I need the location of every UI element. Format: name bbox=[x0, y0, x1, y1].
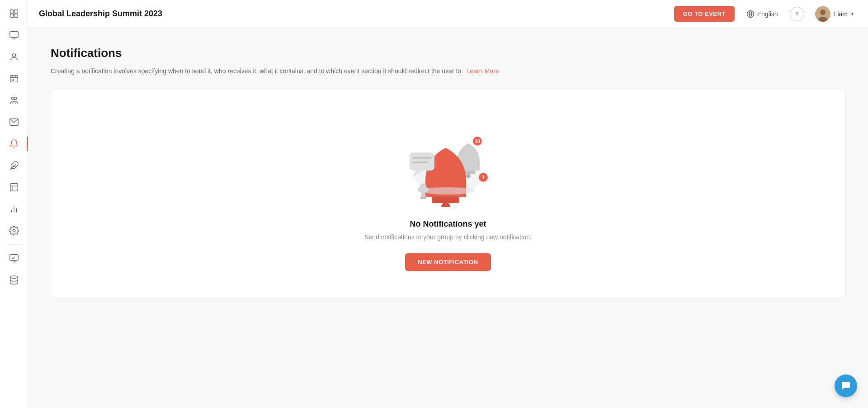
sidebar-item-analytics[interactable] bbox=[4, 199, 24, 219]
chevron-down-icon: ▾ bbox=[851, 11, 854, 16]
globe-icon bbox=[746, 10, 755, 18]
svg-point-14 bbox=[14, 97, 17, 100]
notification-illustration: 10 bbox=[398, 116, 498, 207]
empty-subtitle: Send notifications to your group by clic… bbox=[364, 233, 532, 241]
empty-state-card: 10 bbox=[51, 89, 845, 299]
sidebar-item-layout[interactable] bbox=[4, 177, 24, 197]
sidebar-item-email[interactable] bbox=[4, 112, 24, 132]
svg-text:10: 10 bbox=[475, 139, 480, 144]
chat-icon bbox=[840, 380, 851, 391]
svg-point-34 bbox=[466, 174, 471, 178]
svg-rect-46 bbox=[420, 197, 426, 199]
header: Global Leadership Summit 2023 GO TO EVEN… bbox=[28, 0, 868, 28]
user-name: Liam bbox=[834, 10, 848, 18]
svg-point-7 bbox=[12, 54, 15, 57]
user-menu-button[interactable]: Liam ▾ bbox=[811, 5, 857, 24]
main-area: Global Leadership Summit 2023 GO TO EVEN… bbox=[28, 0, 868, 408]
language-selector[interactable]: English bbox=[742, 7, 783, 21]
sidebar-item-person[interactable] bbox=[4, 47, 24, 67]
svg-point-30 bbox=[820, 9, 826, 15]
avatar bbox=[815, 6, 830, 22]
svg-point-50 bbox=[421, 187, 475, 195]
svg-text:1: 1 bbox=[482, 175, 485, 180]
svg-rect-37 bbox=[432, 197, 459, 203]
svg-point-13 bbox=[11, 97, 14, 100]
sidebar-item-settings[interactable] bbox=[4, 221, 24, 241]
content-area: Notifications Creating a notification in… bbox=[28, 28, 868, 408]
svg-point-24 bbox=[13, 229, 15, 232]
svg-rect-4 bbox=[9, 32, 18, 38]
chat-bubble-button[interactable] bbox=[835, 375, 857, 397]
svg-rect-18 bbox=[10, 184, 18, 191]
sidebar-divider bbox=[5, 244, 23, 245]
svg-rect-39 bbox=[410, 152, 434, 171]
sidebar-item-monitor[interactable] bbox=[4, 25, 24, 45]
page-description: Creating a notification involves specify… bbox=[51, 66, 845, 76]
learn-more-link[interactable]: Learn More bbox=[467, 67, 499, 75]
new-notification-button[interactable]: NEW NOTIFICATION bbox=[405, 253, 491, 271]
header-title: Global Leadership Summit 2023 bbox=[39, 9, 667, 19]
svg-rect-0 bbox=[10, 10, 13, 13]
page-title: Notifications bbox=[51, 46, 845, 60]
sidebar-item-database[interactable] bbox=[4, 270, 24, 290]
svg-rect-12 bbox=[12, 79, 14, 81]
go-to-event-button[interactable]: GO TO EVENT bbox=[674, 6, 735, 22]
help-button[interactable]: ? bbox=[790, 7, 804, 21]
svg-rect-1 bbox=[14, 10, 17, 13]
empty-title: No Notifications yet bbox=[410, 219, 486, 229]
svg-point-26 bbox=[10, 276, 18, 279]
sidebar-item-monitor2[interactable] bbox=[4, 248, 24, 268]
sidebar-item-team[interactable] bbox=[4, 90, 24, 110]
svg-rect-8 bbox=[10, 76, 18, 82]
svg-rect-2 bbox=[10, 14, 13, 17]
sidebar-item-dashboard[interactable] bbox=[4, 4, 24, 24]
sidebar-item-sessions[interactable] bbox=[4, 69, 24, 89]
svg-rect-3 bbox=[14, 14, 17, 17]
language-label: English bbox=[757, 10, 778, 18]
sidebar bbox=[0, 0, 28, 408]
sidebar-item-notifications[interactable] bbox=[4, 134, 24, 154]
sidebar-item-puzzle[interactable] bbox=[4, 156, 24, 176]
